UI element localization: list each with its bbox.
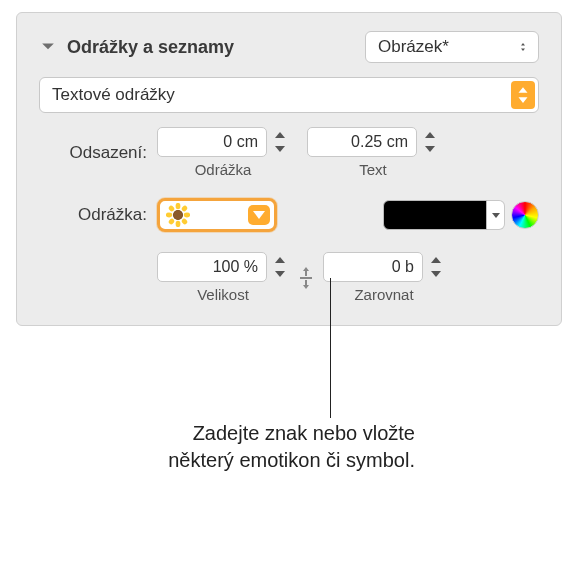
text-indent-sublabel: Text [359,161,387,178]
bullet-indent-value: 0 cm [223,133,258,151]
size-value: 100 % [213,258,258,276]
svg-point-5 [168,205,176,213]
callout-leader-line [330,278,331,418]
disclosure-triangle-icon[interactable] [39,38,57,56]
color-control [383,200,539,230]
align-value: 0 b [392,258,414,276]
size-group: 100 % Velikost [157,252,289,303]
text-indent-value: 0.25 cm [351,133,408,151]
align-field[interactable]: 0 b [323,252,423,282]
chevron-updown-icon [516,43,530,51]
align-group: 0 b Zarovnat [323,252,445,303]
bullet-label: Odrážka: [39,205,157,225]
chevron-down-icon [421,143,439,155]
svg-point-7 [168,218,176,226]
align-sublabel: Zarovnat [354,286,413,303]
color-swatch-chevron[interactable] [487,200,505,230]
bullet-indent-sublabel: Odrážka [195,161,252,178]
section-title: Odrážky a seznamy [67,37,234,58]
color-wheel-icon[interactable] [511,201,539,229]
text-indent-group: 0.25 cm Text [307,127,439,178]
callout-text: Zadejte znak nebo vložte některý emotiko… [155,420,415,474]
bullets-lists-panel: Odrážky a seznamy Obrázek* Textové odráž… [16,12,562,326]
chevron-down-icon [248,205,270,225]
chevron-updown-icon [511,81,535,109]
svg-point-3 [166,213,172,218]
size-stepper[interactable] [271,252,289,282]
text-indent-field[interactable]: 0.25 cm [307,127,417,157]
list-style-popup[interactable]: Obrázek* [365,31,539,63]
chevron-up-icon [271,129,289,141]
text-indent-stepper[interactable] [421,127,439,157]
chevron-up-icon [271,254,289,266]
chevron-down-icon [271,268,289,280]
svg-point-1 [176,203,181,209]
svg-point-2 [176,221,181,227]
svg-point-9 [174,211,183,220]
size-field[interactable]: 100 % [157,252,267,282]
chevron-down-icon [271,143,289,155]
indent-row: Odsazení: 0 cm Odrážka 0.25 cm [39,127,539,178]
indent-label: Odsazení: [39,143,157,163]
list-style-value: Obrázek* [378,37,449,57]
svg-point-8 [181,218,189,226]
svg-point-6 [181,205,189,213]
sunflower-icon [166,203,190,227]
bullet-type-value: Textové odrážky [52,85,175,105]
bullet-indent-group: 0 cm Odrážka [157,127,289,178]
color-swatch[interactable] [383,200,487,230]
chevron-up-icon [427,254,445,266]
bullet-type-popup[interactable]: Textové odrážky [39,77,539,113]
chevron-up-icon [421,129,439,141]
svg-point-4 [184,213,190,218]
section-header: Odrážky a seznamy Obrázek* [39,31,539,63]
bullet-indent-stepper[interactable] [271,127,289,157]
bullet-character-popup[interactable] [157,198,277,232]
size-align-row: 100 % Velikost 0 b [39,252,539,303]
bullet-row: Odrážka: [39,198,539,232]
svg-rect-10 [300,277,312,279]
align-vertical-icon [295,267,317,289]
bullet-indent-field[interactable]: 0 cm [157,127,267,157]
chevron-down-icon [427,268,445,280]
size-sublabel: Velikost [197,286,249,303]
align-stepper[interactable] [427,252,445,282]
